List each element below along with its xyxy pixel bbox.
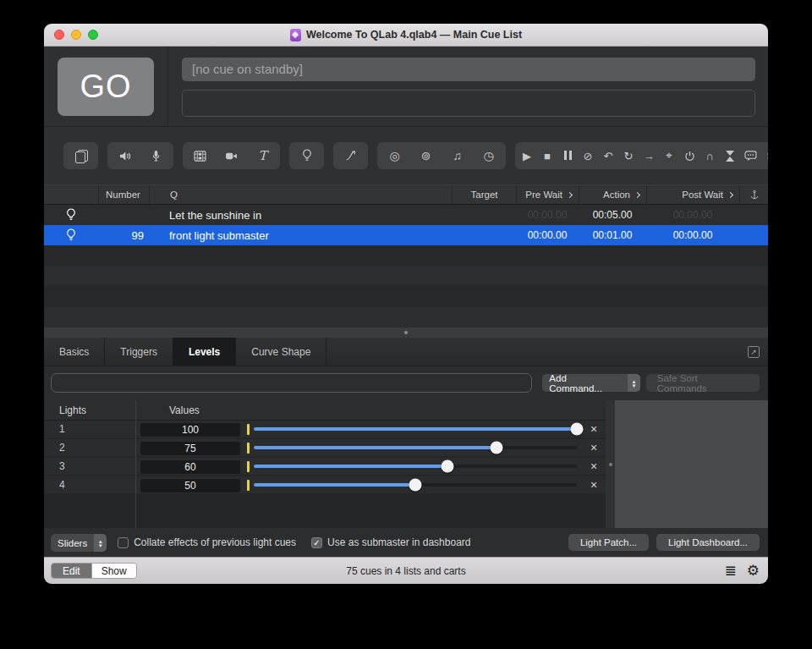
column-pre-wait[interactable]: Pre Wait — [516, 185, 579, 204]
mic-icon — [151, 150, 161, 162]
level-slider[interactable] — [247, 461, 582, 472]
chevron-right-icon[interactable] — [727, 192, 733, 198]
devamp-cue-button[interactable]: ⊘ — [578, 142, 598, 169]
level-value-field[interactable] — [140, 442, 240, 455]
midi-cue-button[interactable]: ⊚ — [410, 142, 442, 169]
cue-number: 99 — [98, 229, 149, 242]
midi-file-cue-button[interactable]: ♫ — [442, 142, 473, 169]
video-cue-group: T — [183, 142, 280, 169]
submaster-checkbox[interactable]: ✓ — [311, 537, 322, 548]
slider-fill — [254, 427, 577, 431]
midi-icon: ⊚ — [421, 149, 431, 162]
cue-lists-icon[interactable]: ≣ — [725, 562, 737, 580]
audio-cue-button[interactable] — [109, 142, 140, 169]
column-type[interactable] — [44, 185, 98, 204]
stop-cue-button[interactable]: ■ — [537, 142, 557, 169]
pause-cue-button[interactable] — [557, 142, 578, 169]
column-post-wait[interactable]: Post Wait — [646, 185, 739, 204]
arch-icon: ∩ — [705, 150, 713, 162]
safe-sort-commands-button[interactable]: Safe Sort Commands — [646, 374, 760, 392]
light-level-row: 4 × — [44, 476, 606, 493]
start-cue-button[interactable]: ▶ — [517, 142, 537, 169]
pause-icon — [562, 150, 573, 162]
cue-row[interactable]: Let the sunshine in 00:00.00 00:05.00 00… — [44, 205, 768, 225]
light-number: 4 — [44, 479, 135, 491]
column-q[interactable]: Q — [149, 185, 452, 204]
tab-curve-shape[interactable]: Curve Shape — [236, 338, 326, 366]
light-command-input[interactable] — [51, 373, 532, 393]
memo-cue-button[interactable] — [740, 142, 760, 169]
levels-sidebar-splitter[interactable] — [606, 400, 615, 528]
slider-track[interactable] — [254, 427, 577, 431]
column-number[interactable]: Number — [98, 185, 149, 204]
light-number: 2 — [44, 442, 135, 454]
add-command-select[interactable]: Add Command... ▴▾ — [542, 374, 639, 392]
mic-cue-button[interactable] — [140, 142, 172, 169]
tab-triggers[interactable]: Triggers — [105, 338, 173, 366]
levels-footer-controls: Sliders ▴▾ ✓ Collate effects of previous… — [44, 528, 768, 557]
group-cue-button[interactable] — [65, 142, 96, 169]
video-cue-button[interactable] — [184, 142, 216, 169]
level-value-field[interactable] — [140, 423, 240, 437]
level-slider[interactable] — [247, 443, 582, 454]
column-target[interactable]: Target — [452, 185, 516, 204]
level-slider[interactable] — [247, 424, 582, 435]
qlab-window: Welcome To QLab 4.qlab4 — Main Cue List … — [44, 24, 768, 584]
chevron-right-icon[interactable] — [567, 192, 573, 198]
load-cue-button[interactable]: ∩ — [700, 142, 720, 169]
level-value-field[interactable] — [140, 479, 240, 492]
slider-thumb[interactable] — [442, 460, 454, 473]
remove-level-button[interactable]: × — [582, 422, 606, 436]
light-dashboard-button[interactable]: Light Dashboard... — [656, 534, 760, 551]
list-inspector-splitter[interactable] — [44, 327, 768, 338]
empty-list-row — [44, 266, 768, 286]
collate-checkbox[interactable]: ✓ — [118, 537, 129, 548]
slider-thumb[interactable] — [409, 479, 422, 492]
power-icon — [684, 151, 695, 162]
cue-notes-field[interactable] — [182, 90, 755, 117]
reset-cue-button[interactable]: ↶ — [598, 142, 618, 169]
level-value-field[interactable] — [140, 460, 240, 474]
zoom-window-button[interactable] — [88, 30, 98, 40]
gear-icon[interactable]: ⚙ — [747, 562, 760, 580]
remove-level-button[interactable]: × — [582, 441, 606, 454]
level-slider[interactable] — [247, 480, 582, 491]
camera-icon — [225, 151, 238, 161]
slider-track[interactable] — [254, 483, 577, 487]
slider-track[interactable] — [254, 446, 577, 449]
wait-cue-button[interactable] — [720, 142, 740, 169]
slider-track[interactable] — [254, 465, 577, 468]
remove-level-button[interactable]: × — [582, 459, 606, 473]
stop-icon: ■ — [544, 150, 551, 162]
levels-mode-select[interactable]: Sliders ▴▾ — [51, 534, 107, 552]
cue-name: Let the sunshine in — [149, 209, 452, 222]
window-title-area: Welcome To QLab 4.qlab4 — Main Cue List — [290, 29, 522, 41]
panic-cue-button[interactable] — [679, 142, 700, 169]
popout-inspector-button[interactable]: ↗ — [748, 346, 760, 358]
network-cue-button[interactable]: ◎ — [379, 142, 410, 169]
remove-level-button[interactable]: × — [582, 478, 606, 492]
target-cue-button[interactable]: ⌖ — [659, 142, 679, 169]
chevron-right-icon[interactable] — [634, 192, 640, 198]
camera-cue-button[interactable] — [216, 142, 247, 169]
close-window-button[interactable] — [54, 30, 64, 40]
script-cue-button[interactable]: ∷ — [760, 142, 768, 169]
column-autoload[interactable] — [739, 185, 768, 204]
slider-thumb[interactable] — [571, 423, 584, 436]
network-icon: ◎ — [389, 149, 399, 162]
slider-thumb[interactable] — [490, 442, 502, 454]
light-cue-button[interactable] — [291, 142, 322, 169]
light-number: 1 — [44, 423, 135, 435]
reload-cue-button[interactable]: ↻ — [618, 142, 639, 169]
go-button[interactable]: GO — [58, 58, 154, 116]
column-action[interactable]: Action — [579, 185, 646, 204]
light-patch-button[interactable]: Light Patch... — [568, 534, 649, 551]
goto-cue-button[interactable]: → — [639, 142, 659, 169]
tab-basics[interactable]: Basics — [44, 338, 105, 366]
cue-row[interactable]: 99 front light submaster 00:00.00 00:01.… — [44, 225, 768, 245]
timecode-cue-button[interactable]: ◷ — [473, 142, 504, 169]
text-cue-button[interactable]: T — [247, 142, 278, 169]
minimize-window-button[interactable] — [71, 30, 81, 40]
tab-levels[interactable]: Levels — [173, 338, 236, 366]
fade-cue-button[interactable] — [335, 142, 366, 169]
